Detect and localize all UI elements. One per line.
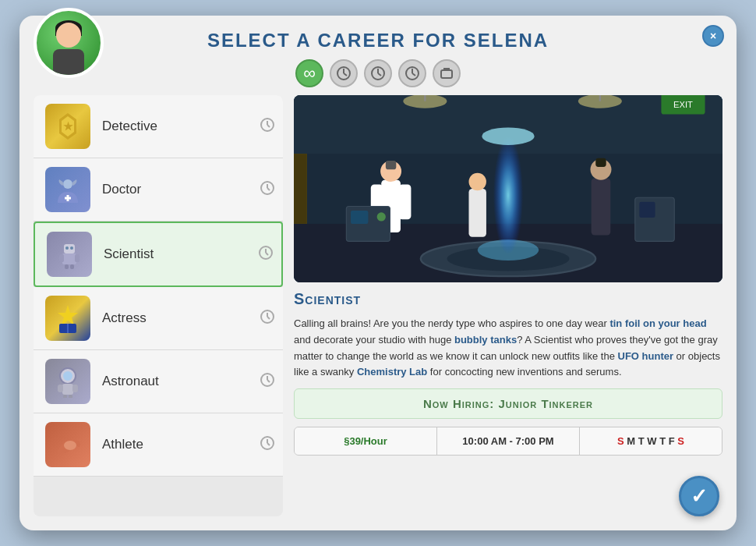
- career-image: EXIT: [294, 95, 722, 282]
- svg-rect-72: [595, 158, 606, 167]
- filter-icon-1[interactable]: [330, 59, 358, 87]
- career-scene-svg: EXIT: [294, 95, 722, 282]
- days-cell: S M T W T F S: [580, 427, 722, 455]
- career-item-athlete[interactable]: Athlete: [34, 413, 283, 477]
- svg-line-8: [412, 73, 415, 76]
- career-icon-athlete: [41, 418, 94, 471]
- day-s2: S: [677, 435, 684, 447]
- career-clock-scientist: [258, 245, 274, 264]
- filter-icon-3[interactable]: [398, 59, 426, 87]
- filter-all[interactable]: ∞: [295, 59, 323, 87]
- job-details: §39/Hour 10:00 AM - 7:00 PM S M T W T F …: [294, 427, 722, 456]
- svg-rect-68: [468, 189, 486, 237]
- day-w: W: [647, 435, 659, 447]
- highlight-4: Chemistry Lab: [357, 366, 427, 378]
- career-icon-astronaut: [41, 355, 94, 408]
- career-clock-actress: [260, 309, 275, 328]
- highlight-3: UFO hunter: [618, 350, 674, 362]
- svg-point-23: [65, 246, 69, 250]
- filter-icon-2[interactable]: [364, 59, 392, 87]
- svg-point-49: [64, 441, 76, 450]
- career-clock-astronaut: [260, 372, 275, 392]
- career-item-astronaut[interactable]: Astronaut: [34, 350, 283, 413]
- schedule-cell: 10:00 AM - 7:00 PM: [437, 427, 580, 455]
- svg-text:EXIT: EXIT: [673, 100, 693, 109]
- salary-value: §39/Hour: [302, 435, 429, 447]
- svg-rect-41: [62, 384, 73, 395]
- career-item-actress[interactable]: Actress: [34, 287, 283, 350]
- svg-rect-29: [70, 264, 74, 269]
- career-icon-detective: ★: [41, 100, 94, 153]
- svg-rect-65: [386, 161, 396, 169]
- svg-point-75: [377, 212, 386, 221]
- svg-line-15: [267, 125, 270, 127]
- schedule-value: 10:00 AM - 7:00 PM: [445, 435, 571, 447]
- career-name-scientist: Scientist: [104, 246, 258, 262]
- detective-svg-icon: ★: [51, 110, 84, 143]
- svg-rect-77: [639, 202, 655, 218]
- svg-rect-26: [59, 254, 64, 262]
- svg-rect-9: [441, 70, 452, 78]
- career-detail-title: Scientist: [294, 290, 722, 308]
- filter-icons: ∞: [295, 59, 461, 87]
- svg-line-52: [267, 443, 270, 445]
- filter-2-icon: [370, 66, 386, 81]
- athlete-svg-icon: [51, 428, 84, 461]
- svg-rect-22: [64, 244, 75, 254]
- svg-point-69: [468, 173, 486, 190]
- filter-3-icon: [404, 66, 420, 81]
- astronaut-svg-icon: [51, 365, 84, 398]
- svg-point-62: [482, 127, 534, 144]
- svg-rect-25: [62, 254, 76, 264]
- career-icon-doctor: [41, 163, 94, 216]
- svg-marker-33: [58, 305, 78, 325]
- career-name-doctor: Doctor: [102, 182, 260, 197]
- confirm-button[interactable]: ✓: [679, 476, 719, 516]
- svg-rect-70: [592, 179, 611, 236]
- career-icon-scientist: [43, 228, 96, 281]
- svg-rect-45: [69, 395, 72, 398]
- svg-line-21: [267, 188, 270, 190]
- career-clock-detective: [260, 117, 275, 136]
- dialog-title: Select a Career for Selena: [207, 30, 549, 51]
- svg-line-48: [267, 380, 270, 382]
- svg-point-40: [63, 371, 72, 381]
- svg-text:★: ★: [63, 120, 73, 133]
- doctor-svg-icon: [51, 173, 84, 206]
- dialog-body: ★ Detective: [19, 95, 737, 530]
- filter-1-icon: [336, 66, 352, 81]
- day-f: F: [669, 435, 678, 447]
- svg-line-38: [267, 317, 270, 319]
- career-list: ★ Detective: [34, 95, 283, 516]
- svg-line-2: [344, 73, 347, 76]
- day-t2: T: [659, 435, 669, 447]
- filter-4-icon: [439, 66, 454, 81]
- checkmark-icon: ✓: [691, 484, 708, 509]
- svg-rect-42: [58, 385, 63, 392]
- days-value: S M T W T F S: [588, 435, 714, 447]
- svg-rect-74: [351, 211, 368, 224]
- career-name-actress: Actress: [102, 310, 260, 326]
- career-icon-actress: [41, 292, 94, 345]
- highlight-1: tin foil on your head: [609, 317, 706, 329]
- career-item-scientist[interactable]: Scientist: [34, 222, 283, 287]
- hiring-banner: Now Hiring: Junior Tinkerer: [294, 388, 722, 419]
- day-m: M: [627, 435, 638, 447]
- career-clock-athlete: [260, 435, 275, 455]
- career-select-dialog: × Select a Career for Selena ∞: [19, 16, 737, 530]
- dialog-header: Select a Career for Selena ∞: [19, 16, 737, 95]
- highlight-2: bubbly tanks: [454, 334, 517, 346]
- career-item-doctor[interactable]: Doctor: [34, 158, 283, 222]
- day-t1: T: [638, 435, 648, 447]
- day-s1: S: [617, 435, 627, 447]
- filter-icon-4[interactable]: [433, 59, 461, 87]
- svg-line-32: [266, 253, 268, 255]
- career-item-detective[interactable]: ★ Detective: [34, 95, 283, 158]
- actress-svg-icon: [51, 302, 84, 335]
- scientist-svg-icon: [53, 238, 86, 271]
- svg-rect-81: [294, 154, 307, 224]
- svg-rect-61: [493, 136, 523, 255]
- career-description: Calling all brains! Are you the nerdy ty…: [294, 316, 722, 381]
- career-name-astronaut: Astronaut: [102, 374, 260, 389]
- career-clock-doctor: [260, 180, 275, 200]
